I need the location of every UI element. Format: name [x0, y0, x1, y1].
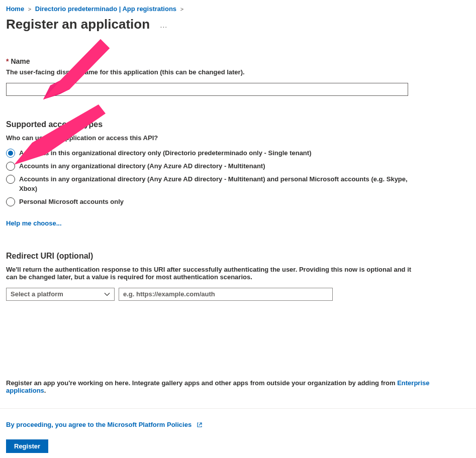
- help-me-choose-link[interactable]: Help me choose...: [6, 219, 62, 227]
- breadcrumb: Home > Directorio predeterminado | App r…: [6, 5, 470, 13]
- account-types-section: Supported account types Who can use this…: [6, 120, 470, 227]
- redirect-uri-input[interactable]: [119, 288, 333, 301]
- name-section: *Name The user-facing display name for t…: [6, 57, 470, 96]
- radio-label: Accounts in any organizational directory…: [19, 162, 265, 171]
- redirect-uri-section: Redirect URI (optional) We'll return the…: [6, 252, 470, 301]
- external-link-icon: [197, 422, 203, 428]
- account-types-heading: Supported account types: [6, 120, 470, 129]
- platform-policies-link[interactable]: By proceeding, you agree to the Microsof…: [6, 421, 470, 428]
- page-title: Register an application: [6, 17, 150, 32]
- breadcrumb-home[interactable]: Home: [6, 5, 24, 13]
- register-button[interactable]: Register: [6, 439, 48, 453]
- enterprise-note-text: Register an app you're working on here. …: [6, 379, 397, 387]
- more-icon[interactable]: ···: [160, 23, 168, 31]
- redirect-uri-description: We'll return the authentication response…: [6, 266, 418, 281]
- account-types-radio-group: Accounts in this organizational director…: [6, 149, 470, 206]
- redirect-uri-heading: Redirect URI (optional): [6, 252, 470, 261]
- chevron-down-icon: [104, 291, 110, 297]
- platform-select-value: Select a platform: [11, 290, 63, 298]
- account-type-option[interactable]: Accounts in this organizational director…: [6, 149, 470, 158]
- footer-area: Register an app you're working on here. …: [6, 379, 470, 453]
- name-label: *Name: [6, 57, 470, 65]
- policy-text: By proceeding, you agree to the Microsof…: [6, 421, 192, 428]
- enterprise-apps-note: Register an app you're working on here. …: [6, 379, 470, 394]
- radio-label: Accounts in this organizational director…: [19, 149, 311, 158]
- name-label-text: Name: [11, 57, 30, 65]
- account-type-option[interactable]: Personal Microsoft accounts only: [6, 197, 470, 206]
- account-type-option[interactable]: Accounts in any organizational directory…: [6, 162, 470, 171]
- chevron-right-icon: >: [28, 6, 31, 12]
- radio-icon[interactable]: [6, 149, 15, 158]
- name-description: The user-facing display name for this ap…: [6, 68, 470, 76]
- account-types-subtext: Who can use this application or access t…: [6, 134, 470, 142]
- radio-icon[interactable]: [6, 197, 15, 206]
- platform-select[interactable]: Select a platform: [6, 288, 115, 301]
- radio-icon[interactable]: [6, 175, 15, 184]
- required-star-icon: *: [6, 57, 9, 65]
- radio-label: Accounts in any organizational directory…: [19, 175, 426, 193]
- chevron-right-icon: >: [180, 6, 183, 12]
- name-input[interactable]: [6, 83, 408, 96]
- radio-label: Personal Microsoft accounts only: [19, 197, 124, 206]
- breadcrumb-directory[interactable]: Directorio predeterminado | App registra…: [35, 5, 176, 13]
- account-type-option[interactable]: Accounts in any organizational directory…: [6, 175, 470, 193]
- divider: [0, 408, 476, 409]
- radio-icon[interactable]: [6, 162, 15, 171]
